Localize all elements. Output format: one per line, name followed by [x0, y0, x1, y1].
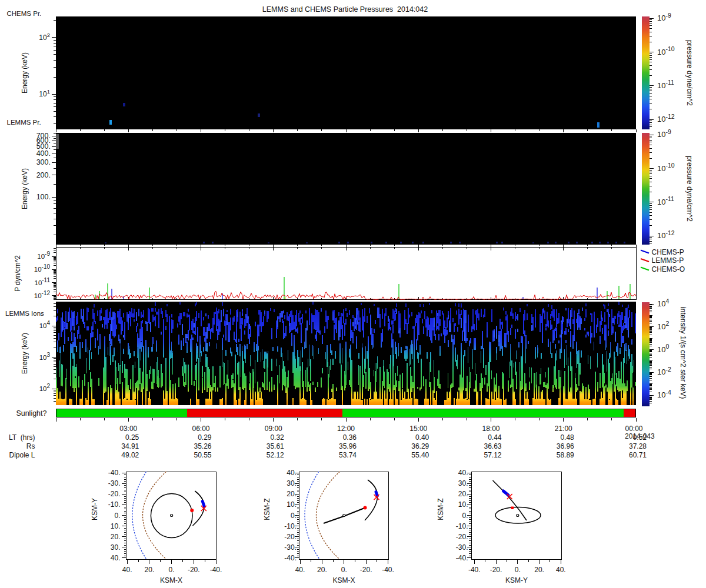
svg-text:52.12: 52.12	[267, 451, 284, 459]
svg-text:10.: 10.	[111, 522, 121, 530]
svg-text:intensity 1/(s cm^2 ster keV): intensity 1/(s cm^2 ster keV)	[679, 307, 687, 399]
svg-text:35.96: 35.96	[339, 442, 357, 450]
svg-text:-40.: -40.	[382, 566, 394, 574]
svg-text:36.96: 36.96	[557, 442, 574, 450]
svg-text:57.12: 57.12	[484, 451, 501, 459]
svg-text:20.: 20.	[317, 566, 327, 574]
svg-text:-40.: -40.	[456, 554, 468, 562]
svg-text:10-11: 10-11	[657, 79, 674, 90]
svg-text:-10.: -10.	[284, 522, 297, 530]
svg-text:LEMMS and CHEMS Particle Press: LEMMS and CHEMS Particle Pressures 2014:…	[262, 5, 428, 14]
svg-text:102: 102	[657, 320, 669, 331]
svg-text:10-10: 10-10	[657, 45, 675, 56]
svg-text:20.: 20.	[111, 533, 121, 541]
svg-text:10-12: 10-12	[34, 290, 51, 299]
svg-text:Rs: Rs	[26, 442, 35, 450]
svg-text:10-2: 10-2	[657, 366, 671, 377]
svg-text:06:00: 06:00	[192, 425, 209, 433]
svg-text:36.63: 36.63	[484, 442, 501, 450]
svg-text:300.: 300.	[36, 158, 51, 166]
svg-text:37.28: 37.28	[629, 442, 647, 450]
svg-text:104: 104	[39, 320, 51, 329]
svg-text:KSM-Z: KSM-Z	[437, 498, 445, 520]
svg-text:00:00: 00:00	[625, 425, 642, 433]
svg-text:10-4: 10-4	[657, 389, 671, 400]
svg-text:Sunlight?: Sunlight?	[16, 409, 46, 417]
svg-text:10-9: 10-9	[657, 128, 671, 139]
svg-text:-20.: -20.	[108, 490, 121, 498]
svg-text:pressure dyne/cm^2: pressure dyne/cm^2	[685, 40, 694, 106]
svg-text:-20.: -20.	[284, 533, 297, 541]
svg-text:0.40: 0.40	[415, 433, 429, 442]
svg-text:KSM-Y: KSM-Y	[91, 498, 99, 520]
svg-text:15:00: 15:00	[409, 425, 427, 433]
svg-text:0.32: 0.32	[270, 433, 284, 442]
svg-text:0.48: 0.48	[560, 433, 574, 442]
svg-text:0.29: 0.29	[198, 433, 212, 442]
svg-text:35.26: 35.26	[194, 442, 211, 450]
svg-text:10.: 10.	[287, 500, 297, 509]
svg-text:KSM-X: KSM-X	[332, 576, 355, 584]
svg-text:10-12: 10-12	[657, 113, 675, 124]
svg-text:10-9: 10-9	[37, 250, 50, 260]
svg-text:-40.: -40.	[108, 469, 121, 477]
svg-text:-40.: -40.	[284, 554, 297, 562]
svg-text:102: 102	[39, 383, 51, 392]
svg-text:-40.: -40.	[210, 566, 222, 574]
svg-text:LEMMS Pr.: LEMMS Pr.	[7, 119, 41, 126]
svg-text:40.: 40.	[122, 566, 132, 574]
svg-text:Energy (keV): Energy (keV)	[21, 333, 29, 374]
svg-text:20.: 20.	[145, 566, 155, 574]
svg-text:100: 100	[657, 343, 669, 354]
svg-text:700.: 700.	[36, 132, 51, 140]
svg-text:0.36: 0.36	[343, 433, 357, 442]
svg-text:104: 104	[657, 298, 669, 309]
svg-text:pressure dyne/cm^2: pressure dyne/cm^2	[685, 156, 694, 222]
svg-text:10-11: 10-11	[34, 277, 50, 286]
svg-text:2014-043: 2014-043	[625, 432, 655, 440]
svg-text:-40.: -40.	[468, 566, 481, 574]
svg-text:P dyn/cm^2: P dyn/cm^2	[14, 255, 22, 292]
svg-text:-10.: -10.	[108, 500, 121, 509]
svg-text:35.61: 35.61	[267, 442, 284, 450]
svg-text:20.: 20.	[458, 490, 468, 498]
svg-text:101: 101	[39, 88, 50, 99]
svg-text:CHEMS-O: CHEMS-O	[652, 265, 685, 273]
svg-text:103: 103	[39, 352, 51, 361]
svg-text:30.: 30.	[458, 479, 468, 487]
svg-text:0.44: 0.44	[488, 433, 502, 442]
svg-text:30.: 30.	[111, 543, 121, 552]
svg-text:0.: 0.	[114, 512, 120, 520]
svg-text:CHEMS Pr.: CHEMS Pr.	[7, 10, 42, 17]
svg-text:03:00: 03:00	[119, 425, 137, 433]
svg-text:10-10: 10-10	[657, 162, 675, 173]
svg-text:36.29: 36.29	[411, 442, 429, 450]
svg-text:49.02: 49.02	[121, 451, 139, 459]
svg-text:30.: 30.	[287, 479, 297, 487]
svg-text:60.71: 60.71	[629, 451, 647, 459]
svg-text:40.: 40.	[111, 554, 121, 562]
svg-text:0.: 0.	[515, 566, 521, 574]
svg-text:-20.: -20.	[456, 533, 468, 541]
svg-text:102: 102	[39, 32, 50, 42]
svg-text:40.: 40.	[458, 469, 468, 477]
svg-text:-20.: -20.	[188, 566, 200, 574]
svg-text:-30.: -30.	[284, 543, 297, 552]
svg-text:-30.: -30.	[456, 543, 468, 552]
svg-text:10-12: 10-12	[657, 229, 675, 240]
svg-text:200.: 200.	[36, 171, 51, 179]
svg-text:34.91: 34.91	[121, 442, 139, 450]
svg-text:0.25: 0.25	[125, 433, 139, 442]
svg-text:12:00: 12:00	[337, 425, 355, 433]
svg-text:Energy (keV): Energy (keV)	[21, 52, 29, 93]
svg-text:58.89: 58.89	[557, 451, 574, 459]
svg-text:18:00: 18:00	[482, 425, 499, 433]
svg-text:KSM-X: KSM-X	[160, 576, 182, 584]
svg-text:KSM-Z: KSM-Z	[263, 498, 271, 520]
svg-text:0.: 0.	[462, 512, 468, 520]
svg-text:09:00: 09:00	[265, 425, 282, 433]
svg-text:21:00: 21:00	[555, 425, 572, 433]
svg-text:20.: 20.	[534, 566, 544, 574]
svg-text:53.74: 53.74	[339, 451, 357, 459]
svg-text:10-10: 10-10	[34, 263, 51, 273]
